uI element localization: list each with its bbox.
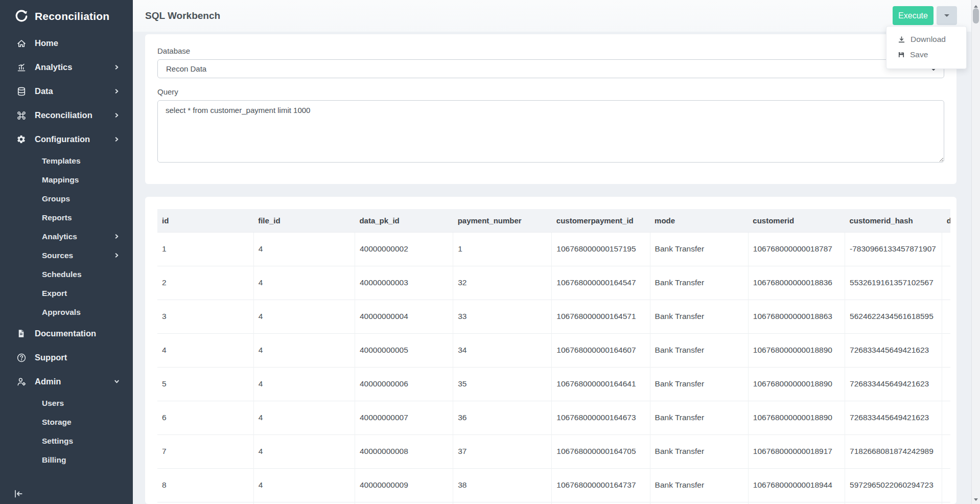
sidebar-item-groups[interactable]: Groups	[0, 189, 133, 208]
table-cell	[942, 300, 950, 333]
sidebar-item-sources[interactable]: Sources	[0, 246, 133, 265]
scrollbar-down-arrow[interactable]	[972, 495, 980, 503]
table-row-partial	[157, 502, 950, 504]
chevron-right-icon	[114, 112, 120, 118]
page-title: SQL Workbench	[145, 10, 220, 21]
table-cell: 1	[453, 232, 552, 266]
table-cell: 106768000000018890	[748, 367, 845, 401]
sidebar-item-analytics-sub[interactable]: Analytics	[0, 227, 133, 246]
table-cell: 6	[157, 401, 253, 434]
column-header: file_id	[253, 209, 355, 232]
database-select-value: Recon Data	[166, 64, 206, 73]
brand-logo-icon	[15, 10, 28, 23]
vertical-scrollbar[interactable]	[971, 0, 980, 504]
menu-item-label: Download	[911, 35, 946, 44]
table-cell: 32	[453, 266, 552, 300]
menu-item-save[interactable]: Save	[886, 47, 966, 62]
sidebar-item-label: Templates	[42, 156, 81, 166]
table-cell	[355, 502, 453, 504]
results-table-wrap: id file_id data_pk_id payment_number cus…	[157, 209, 950, 504]
sidebar-item-label: Support	[35, 353, 67, 362]
save-icon	[898, 51, 905, 58]
column-header: payment_number	[453, 209, 552, 232]
brand[interactable]: Reconciliation	[0, 0, 133, 29]
sidebar-collapse-button[interactable]	[13, 488, 24, 499]
database-label: Database	[157, 47, 944, 55]
sidebar-item-approvals[interactable]: Approvals	[0, 303, 133, 322]
sidebar-item-users[interactable]: Users	[0, 394, 133, 413]
sidebar-item-label: Home	[35, 38, 58, 48]
sidebar-item-admin[interactable]: Admin	[0, 370, 133, 394]
sidebar-item-data[interactable]: Data	[0, 79, 133, 103]
sidebar: Reconciliation Home Analytics	[0, 0, 133, 504]
sidebar-item-label: Analytics	[35, 62, 72, 72]
sidebar-item-billing[interactable]: Billing	[0, 450, 133, 469]
sidebar-item-reports[interactable]: Reports	[0, 208, 133, 227]
sidebar-item-analytics[interactable]: Analytics	[0, 55, 133, 79]
table-cell: 106768000000164547	[552, 266, 650, 300]
table-cell	[748, 502, 845, 504]
sidebar-item-templates[interactable]: Templates	[0, 151, 133, 170]
column-header: mode	[650, 209, 748, 232]
sidebar-item-home[interactable]: Home	[0, 31, 133, 55]
sidebar-item-settings[interactable]: Settings	[0, 431, 133, 450]
sidebar-item-configuration[interactable]: Configuration	[0, 127, 133, 151]
table-cell: 5	[157, 367, 253, 401]
sidebar-item-export[interactable]: Export	[0, 284, 133, 303]
table-cell: 40000000004	[355, 300, 453, 333]
actions-dropdown-toggle[interactable]	[937, 6, 957, 25]
menu-item-download[interactable]: Download	[886, 32, 966, 47]
table-cell: 5532619161357102567	[845, 266, 942, 300]
table-cell: Bank Transfer	[650, 300, 748, 333]
chevron-right-icon	[114, 253, 120, 258]
menu-item-label: Save	[910, 50, 928, 59]
table-cell: 40000000009	[355, 468, 453, 502]
sidebar-item-support[interactable]: Support	[0, 346, 133, 370]
query-input[interactable]: select * from customer_payment limit 100…	[157, 100, 944, 163]
table-cell: 726833445649421623	[845, 401, 942, 434]
table-cell: 4	[253, 401, 355, 434]
sidebar-item-schedules[interactable]: Schedules	[0, 265, 133, 284]
table-cell: 5972965022060294723	[845, 468, 942, 502]
table-cell: Bank Transfer	[650, 333, 748, 367]
table-cell: 106768000000018890	[748, 401, 845, 434]
table-cell: Bank Transfer	[650, 367, 748, 401]
table-header-row: id file_id data_pk_id payment_number cus…	[157, 209, 950, 232]
table-cell: 106768000000018944	[748, 468, 845, 502]
table-cell: 106768000000164607	[552, 333, 650, 367]
column-header: data_pk_id	[355, 209, 453, 232]
table-cell	[453, 502, 552, 504]
sidebar-item-label: Admin	[35, 377, 61, 386]
sidebar-item-label: Export	[42, 289, 67, 298]
table-cell	[157, 502, 253, 504]
content: Database Recon Data Query select * from …	[145, 34, 956, 504]
sidebar-item-reconciliation[interactable]: Reconciliation	[0, 103, 133, 127]
table-cell: 40000000005	[355, 333, 453, 367]
sidebar-item-label: Documentation	[35, 329, 96, 338]
results-table: id file_id data_pk_id payment_number cus…	[157, 209, 950, 504]
scrollbar-thumb[interactable]	[973, 8, 979, 24]
database-select[interactable]: Recon Data	[157, 59, 944, 78]
sidebar-nav: Home Analytics Data	[0, 29, 133, 469]
actions-dropdown-menu: Download Save	[886, 26, 967, 69]
collapse-arrow-icon	[13, 488, 24, 499]
help-icon	[16, 352, 27, 363]
sidebar-item-storage[interactable]: Storage	[0, 413, 133, 431]
table-cell: 726833445649421623	[845, 367, 942, 401]
table-cell: 4	[253, 367, 355, 401]
table-cell: 4	[253, 300, 355, 333]
sidebar-item-label: Analytics	[42, 232, 77, 241]
table-cell: 2	[157, 266, 253, 300]
table-cell: 106768000000157195	[552, 232, 650, 266]
scrollbar-up-arrow[interactable]	[972, 1, 980, 9]
query-form-card: Database Recon Data Query select * from …	[145, 34, 956, 184]
sidebar-item-documentation[interactable]: Documentation	[0, 322, 133, 346]
execute-button[interactable]: Execute	[893, 6, 934, 25]
table-cell: 4	[253, 266, 355, 300]
sidebar-item-label: Sources	[42, 251, 73, 260]
sidebar-item-label: Reports	[42, 213, 72, 222]
table-cell	[942, 266, 950, 300]
sidebar-item-mappings[interactable]: Mappings	[0, 170, 133, 189]
table-cell: 106768000000164641	[552, 367, 650, 401]
table-cell: 40000000002	[355, 232, 453, 266]
